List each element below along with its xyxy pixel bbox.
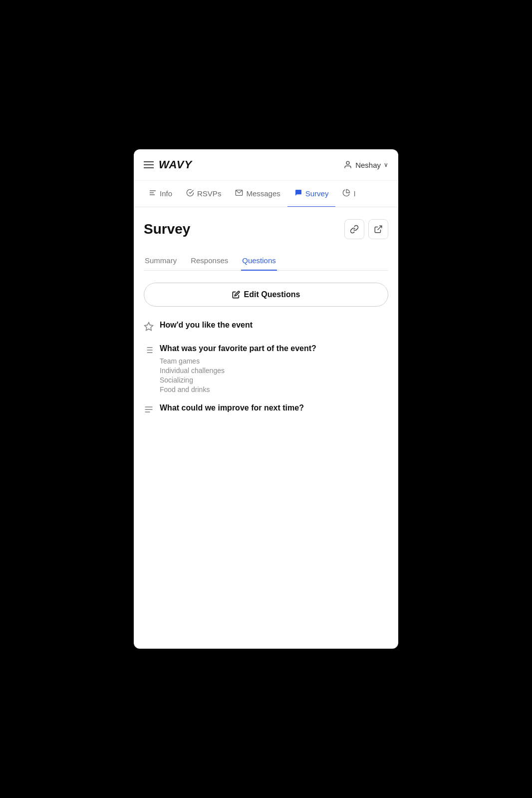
main-content: Survey Sum [134, 207, 398, 649]
messages-tab-label: Messages [246, 189, 280, 198]
page-header: Survey [144, 219, 388, 239]
more-tab-icon [342, 189, 350, 198]
nav-tabs: Info RSVPs Messages [134, 181, 398, 207]
survey-tab-label: Survey [305, 189, 329, 198]
info-tab-label: Info [160, 189, 172, 198]
page-title: Survey [144, 221, 190, 237]
question-options: Team games Individual challenges Sociali… [160, 357, 388, 394]
tab-more[interactable]: I [335, 181, 362, 207]
header-left: WAVY [144, 158, 192, 171]
question-item: What could we improve for next time? [144, 403, 388, 417]
more-tab-label: I [353, 189, 355, 198]
rsvps-tab-icon [186, 189, 194, 198]
app-logo: WAVY [159, 158, 192, 171]
phone-container: WAVY Neshay ∨ Info [134, 149, 398, 649]
external-link-button[interactable] [368, 219, 388, 239]
external-link-icon [374, 225, 383, 234]
app-header: WAVY Neshay ∨ [134, 149, 398, 181]
list-icon [144, 345, 154, 358]
question-content: What could we improve for next time? [160, 403, 388, 416]
tab-messages[interactable]: Messages [228, 181, 287, 207]
svg-point-0 [346, 161, 349, 164]
sub-tab-summary[interactable]: Summary [144, 251, 178, 271]
link-button[interactable] [344, 219, 364, 239]
star-icon [144, 322, 154, 334]
pencil-icon [232, 291, 240, 299]
svg-marker-6 [145, 323, 153, 331]
question-item: How'd you like the event [144, 321, 388, 334]
sub-tabs: Summary Responses Questions [144, 251, 388, 271]
chevron-down-icon: ∨ [384, 161, 388, 168]
tab-rsvps[interactable]: RSVPs [179, 181, 228, 207]
edit-questions-button[interactable]: Edit Questions [144, 283, 388, 307]
sub-tab-questions[interactable]: Questions [241, 251, 277, 271]
survey-tab-icon [294, 189, 302, 198]
page-actions [344, 219, 388, 239]
menu-icon[interactable] [144, 161, 154, 168]
link-icon [350, 225, 359, 234]
question-content: What was your favorite part of the event… [160, 344, 388, 394]
username-label: Neshay [355, 161, 381, 169]
question-item: What was your favorite part of the event… [144, 344, 388, 394]
user-menu[interactable]: Neshay ∨ [343, 160, 388, 169]
svg-line-5 [378, 226, 382, 230]
messages-tab-icon [235, 189, 243, 198]
text-lines-icon [144, 404, 154, 417]
questions-list: How'd you like the event What wa [144, 321, 388, 417]
info-tab-icon [149, 189, 157, 198]
question-content: How'd you like the event [160, 321, 388, 334]
tab-survey[interactable]: Survey [287, 181, 336, 207]
rsvps-tab-label: RSVPs [197, 189, 221, 198]
tab-info[interactable]: Info [142, 181, 179, 207]
user-avatar-icon [343, 160, 352, 169]
sub-tab-responses[interactable]: Responses [190, 251, 229, 271]
